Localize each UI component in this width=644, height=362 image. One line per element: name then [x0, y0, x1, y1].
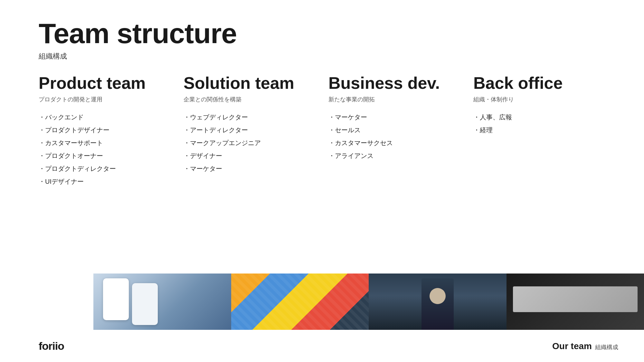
- list-item: ・アートディレクター: [184, 125, 319, 135]
- team-column-backoffice: Back office組織・体制作り・人事、広報・経理: [473, 74, 618, 190]
- list-item: ・セールス: [328, 125, 464, 135]
- list-item: ・プロダクトディレクター: [39, 164, 174, 173]
- page-subtitle-jp: 組織構成: [39, 51, 618, 61]
- team-column-business: Business dev.新たな事業の開拓・マーケター・セールス・カスタマーサク…: [328, 74, 473, 190]
- team-column-solution: Solution team企業との関係性を構築・ウェブディレクター・アートディレ…: [184, 74, 328, 190]
- image-solution-team: [231, 274, 369, 330]
- list-item: ・UIデザイナー: [39, 177, 174, 186]
- page-container: Team structure 組織構成 Product teamプロダクトの開発…: [0, 0, 644, 362]
- list-item: ・バックエンド: [39, 112, 174, 122]
- teams-container: Product teamプロダクトの開発と運用・バックエンド・プロダクトデザイナ…: [39, 74, 618, 190]
- team-desc-business: 新たな事業の開拓: [328, 96, 464, 103]
- logo: foriio: [39, 340, 64, 352]
- list-item: ・プロダクトデザイナー: [39, 125, 174, 135]
- list-item: ・カスタマーサポート: [39, 138, 174, 148]
- footer-label-jp: 組織構成: [595, 343, 618, 351]
- team-items-business: ・マーケター・セールス・カスタマーサクセス・アライアンス: [328, 112, 464, 161]
- page-title: Team structure: [39, 19, 618, 48]
- team-items-backoffice: ・人事、広報・経理: [473, 112, 609, 135]
- list-item: ・カスタマーサクセス: [328, 138, 464, 148]
- header-section: Team structure 組織構成: [39, 19, 618, 61]
- footer-label: Our team: [552, 341, 592, 351]
- team-desc-solution: 企業との関係性を構築: [184, 96, 319, 103]
- list-item: ・マーケター: [328, 112, 464, 122]
- image-business-dev: [369, 274, 507, 330]
- list-item: ・ウェブディレクター: [184, 112, 319, 122]
- team-items-solution: ・ウェブディレクター・アートディレクター・マークアップエンジニア・デザイナー・マ…: [184, 112, 319, 173]
- footer-right: Our team 組織構成: [552, 341, 618, 351]
- list-item: ・マークアップエンジニア: [184, 138, 319, 148]
- image-product-team: [93, 274, 231, 330]
- list-item: ・人事、広報: [473, 112, 609, 122]
- team-title-product: Product team: [39, 74, 174, 92]
- team-title-backoffice: Back office: [473, 74, 609, 92]
- list-item: ・プロダクトオーナー: [39, 151, 174, 161]
- list-item: ・アライアンス: [328, 151, 464, 161]
- images-row: [93, 274, 644, 330]
- footer: foriio Our team 組織構成: [39, 340, 618, 352]
- image-back-office: [507, 274, 644, 330]
- team-title-business: Business dev.: [328, 74, 464, 92]
- team-items-product: ・バックエンド・プロダクトデザイナー・カスタマーサポート・プロダクトオーナー・プ…: [39, 112, 174, 186]
- list-item: ・デザイナー: [184, 151, 319, 161]
- list-item: ・マーケター: [184, 164, 319, 173]
- team-desc-product: プロダクトの開発と運用: [39, 96, 174, 103]
- team-desc-backoffice: 組織・体制作り: [473, 96, 609, 103]
- team-column-product: Product teamプロダクトの開発と運用・バックエンド・プロダクトデザイナ…: [39, 74, 184, 190]
- list-item: ・経理: [473, 125, 609, 135]
- team-title-solution: Solution team: [184, 74, 319, 92]
